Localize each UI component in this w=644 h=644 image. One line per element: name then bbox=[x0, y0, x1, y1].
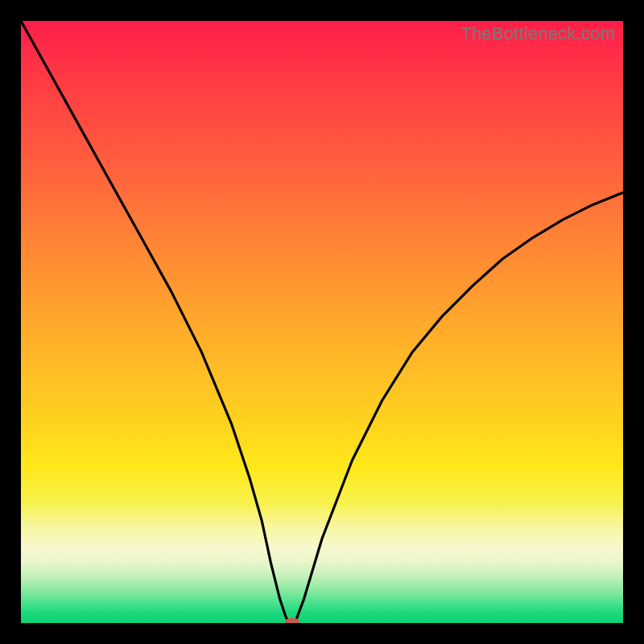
chart-frame: TheBottleneck.com bbox=[0, 0, 644, 644]
bottleneck-curve bbox=[21, 21, 623, 623]
balanced-point-marker bbox=[285, 618, 299, 623]
chart-plot-area: TheBottleneck.com bbox=[21, 21, 623, 623]
